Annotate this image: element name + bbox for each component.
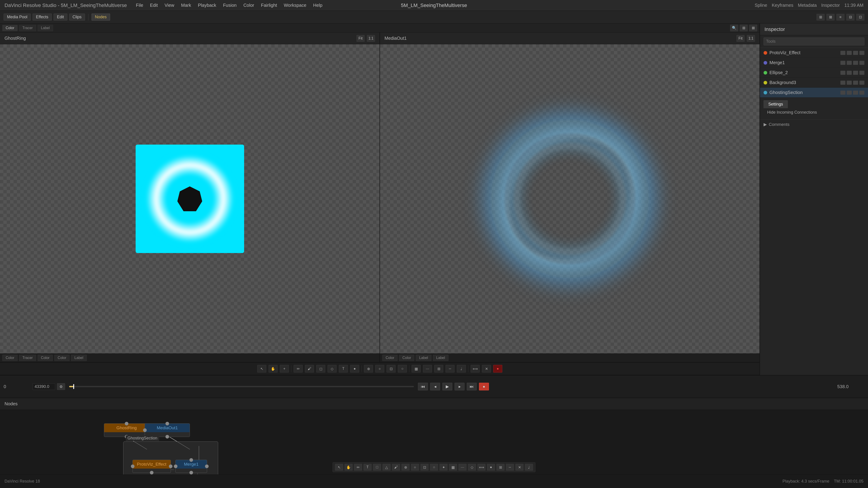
nt-pan[interactable]: ✋ [344,464,352,470]
toolbar-icon-5[interactable]: ⊡ [856,14,864,21]
node-canvas[interactable]: GhostRing MediaOut1 GhostingSection Pro [0,410,868,475]
menu-fairlight[interactable]: Fairlight [261,3,277,8]
rv-fit-btn[interactable]: Fit [737,35,745,42]
inspector-search-input[interactable] [764,37,864,45]
toolbar-icon-4[interactable]: ⊟ [846,14,855,21]
nt-track[interactable]: ⊡ [421,464,429,470]
vc-node[interactable]: ● [350,365,359,372]
merge-icon-3[interactable] [853,61,858,65]
mediaout1-port-top[interactable] [165,422,169,425]
next-frame-btn[interactable]: ▸ [455,383,465,390]
protoviz-port-left[interactable] [131,464,134,468]
nt-poly[interactable]: △ [382,464,391,470]
inspector-item-ghosting[interactable]: GhostingSection [760,88,868,98]
ellipse-icon-4[interactable] [860,71,864,75]
nt-text[interactable]: T [364,464,372,470]
vc-select[interactable]: ↖ [257,365,266,372]
vc-clone[interactable]: ⊕ [364,365,373,372]
hide-connections-button[interactable]: Hide Incoming Connections [764,108,864,117]
merge-port-left[interactable] [174,464,178,468]
nt-node[interactable]: ● [487,464,495,470]
ghosting-icon-2[interactable] [847,91,852,95]
nt-layout[interactable]: ⊞ [496,464,504,470]
protoviz-icon-3[interactable] [853,51,858,55]
lv-color2[interactable]: Color [37,355,53,361]
rv-label2[interactable]: Label [433,355,448,361]
vc-record[interactable]: ● [493,365,502,372]
vc-paint[interactable]: 🖌 [305,365,314,372]
vc-eraser[interactable]: ◻ [316,365,325,372]
ellipse-icon-2[interactable] [847,71,852,75]
prev-frame-btn[interactable]: ◂ [430,383,440,390]
vc-pan[interactable]: ✋ [269,365,278,372]
menu-workspace[interactable]: Workspace [284,3,307,8]
nt-part[interactable]: ⋯ [458,464,467,470]
toolbar-icon-3[interactable]: ≡ [836,14,844,21]
current-frame-input[interactable] [33,383,55,390]
node-merge[interactable]: Merge1 [176,460,207,473]
viewer-tab-color[interactable]: Color [2,25,18,31]
clips-btn[interactable]: Clips [69,13,85,21]
panel-spline[interactable]: Spline [755,3,767,8]
panel-inspector[interactable]: Inspector [821,3,840,8]
ghosting-icon-3[interactable] [853,91,858,95]
protoviz-port-right[interactable] [169,464,173,468]
vc-pen[interactable]: ✏ [293,365,303,372]
mediaout1-port-bottom[interactable] [165,435,169,438]
mediaout1-port-left[interactable] [143,428,147,432]
skip-end-btn[interactable]: ⏭ [467,383,477,390]
merge-port-top[interactable] [189,458,193,462]
viewer-tab-tracer[interactable]: Tracer [19,25,36,31]
inspector-item-protoviz[interactable]: ProtoViz_Effect [760,48,868,58]
background-icon-3[interactable] [853,80,858,85]
lv-color3[interactable]: Color [54,355,70,361]
background-icon-2[interactable] [847,80,852,85]
loop-btn[interactable]: ● [479,383,489,390]
edit-btn[interactable]: Edit [54,13,67,21]
node-mediaout1[interactable]: MediaOut1 [145,423,190,437]
merge-icon-2[interactable] [847,61,852,65]
vc-zoom-in[interactable]: + [280,365,289,372]
protoviz-icon-2[interactable] [847,51,852,55]
settings-tab[interactable]: Settings [764,100,788,108]
effects-btn[interactable]: Effects [33,13,52,21]
nodes-btn[interactable]: Nodes [92,13,110,21]
merge-port-bottom[interactable] [189,471,193,475]
node-protoviz[interactable]: ProtoViz_Effect [132,460,171,473]
nt-warp[interactable]: ⟐ [411,464,419,470]
lv-label1[interactable]: Label [71,355,87,361]
vc-note[interactable]: ♩ [457,365,466,372]
vc-roto[interactable]: ○ [398,365,407,372]
lv-zoom-btn[interactable]: 1:1 [367,35,375,42]
rv-color1[interactable]: Color [382,355,398,361]
viewer-icon-fit[interactable]: ⊞ [740,25,748,31]
vc-delete[interactable]: ✕ [482,365,491,372]
ghosting-icon-4[interactable] [860,91,864,95]
media-pool-btn[interactable]: Media Pool [4,13,31,21]
menu-file[interactable]: File [136,3,143,8]
nt-magic[interactable]: ✦ [439,464,447,470]
nt-delete[interactable]: ✕ [515,464,524,470]
menu-playback[interactable]: Playback [198,3,216,8]
protoviz-icon-1[interactable] [840,51,845,55]
ellipse-icon-1[interactable] [840,71,845,75]
background-icon-1[interactable] [840,80,845,85]
nt-select[interactable]: ↖ [335,464,343,470]
nt-connect[interactable]: ↔ [506,464,514,470]
nt-grad[interactable]: ▦ [449,464,457,470]
timeline-settings[interactable]: ⚙ [57,383,65,390]
inspector-item-merge[interactable]: Merge1 [760,58,868,68]
viewer-icon-zoom[interactable]: 🔍 [730,25,738,31]
ghostring-port-top[interactable] [125,422,128,425]
vc-part[interactable]: ⋯ [423,365,432,372]
background-icon-4[interactable] [860,80,864,85]
panel-metadata[interactable]: Metadata [798,3,817,8]
rv-zoom-btn[interactable]: 1:1 [747,35,755,42]
menu-view[interactable]: View [164,3,174,8]
menu-color[interactable]: Color [243,3,254,8]
menu-fusion[interactable]: Fusion [223,3,237,8]
viewer-tab-label1[interactable]: Label [37,25,53,31]
vc-text[interactable]: T [339,365,348,372]
menu-mark[interactable]: Mark [181,3,191,8]
menu-edit[interactable]: Edit [150,3,158,8]
